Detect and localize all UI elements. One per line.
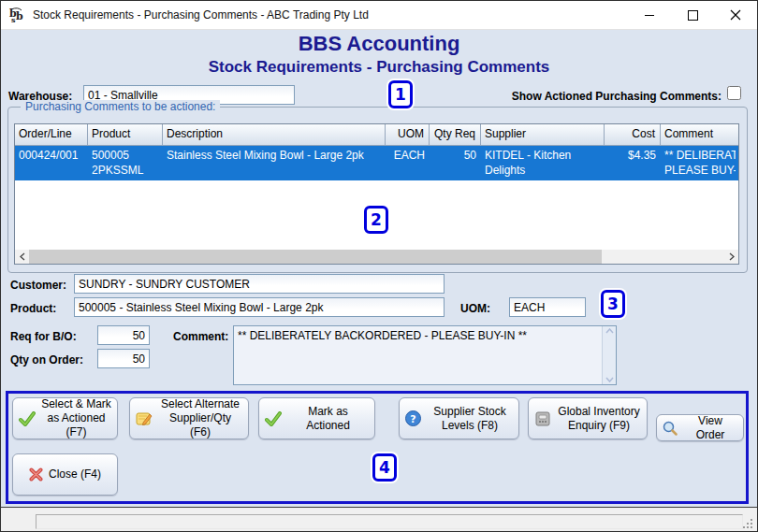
supplier-stock-levels-button[interactable]: ? Supplier Stock Levels (F8) xyxy=(399,397,519,439)
select-mark-actioned-label: Select & Mark as Actioned (F7) xyxy=(41,397,111,439)
magnifier-icon xyxy=(663,421,678,436)
column-header-qty-req[interactable]: Qty Req xyxy=(430,124,481,145)
svg-text:b: b xyxy=(16,10,23,22)
show-actioned-label: Show Actioned Purchasing Comments: xyxy=(506,90,722,103)
supplier-stock-levels-label: Supplier Stock Levels (F8) xyxy=(427,405,513,433)
select-mark-actioned-button[interactable]: Select & Mark as Actioned (F7) xyxy=(12,397,118,439)
note-edit-icon xyxy=(136,410,153,426)
column-header-description[interactable]: Description xyxy=(163,124,386,145)
page-title: Stock Requirements - Purchasing Comments xyxy=(1,58,757,77)
column-header-product[interactable]: Product xyxy=(88,124,163,145)
purchasing-comments-group-label: Purchasing Comments to be actioned: xyxy=(21,100,220,113)
chevron-down-icon xyxy=(605,377,614,382)
qty-on-order-label: Qty on Order: xyxy=(10,353,83,367)
horizontal-scrollbar[interactable] xyxy=(15,250,738,264)
cell-supplier: KITDEL - Kitchen Delights xyxy=(481,146,605,180)
show-actioned-checkbox[interactable] xyxy=(727,86,741,100)
help-icon: ? xyxy=(405,410,421,426)
window-title: Stock Requirements - Purchasing Comments… xyxy=(33,8,369,22)
cell-comment-line2: PLEASE BUY-IN ** xyxy=(664,163,736,178)
green-check-icon xyxy=(19,411,36,426)
view-order-button[interactable]: View Order xyxy=(656,414,744,441)
close-window-button[interactable] xyxy=(714,1,757,29)
app-window: b b s Stock Requirements - Purchasing Co… xyxy=(0,0,758,532)
comment-label: Comment: xyxy=(173,330,228,343)
bbs-app-icon: b b s xyxy=(8,7,25,23)
scroll-right-button[interactable] xyxy=(724,250,738,264)
product-field[interactable] xyxy=(74,297,445,317)
statusbar xyxy=(1,508,757,532)
qty-on-order-field[interactable] xyxy=(97,349,150,368)
uom-field[interactable] xyxy=(509,297,586,317)
close-icon xyxy=(730,9,741,21)
column-header-order-line[interactable]: Order/Line xyxy=(15,124,88,145)
cell-cost: $4.35 xyxy=(605,146,661,180)
customer-field[interactable] xyxy=(74,274,445,294)
cell-comment-line1: ** DELIBERATELY BACKORDERED - xyxy=(664,148,736,163)
close-button[interactable]: Close (F4) xyxy=(12,453,118,496)
select-alternate-supplier-button[interactable]: Select Alternate Supplier/Qty (F6) xyxy=(129,397,249,439)
cell-comment: ** DELIBERATELY BACKORDERED - PLEASE BUY… xyxy=(661,146,739,180)
column-header-comment[interactable]: Comment xyxy=(661,124,739,145)
view-order-label: View Order xyxy=(683,414,737,442)
req-bo-label: Req for B/O: xyxy=(10,330,77,343)
annotation-badge-4: 4 xyxy=(372,453,397,482)
annotation-badge-2: 2 xyxy=(364,206,388,234)
comment-scrollbar[interactable] xyxy=(602,326,616,384)
chevron-left-icon xyxy=(20,252,25,261)
resize-grip[interactable] xyxy=(751,526,752,528)
close-button-label: Close (F4) xyxy=(49,467,101,482)
status-message-panel xyxy=(36,514,743,529)
mark-actioned-label: Mark as Actioned xyxy=(287,405,369,433)
table-row-selected[interactable]: 000424/001 500005 2PKSSML Stainless Stee… xyxy=(15,146,739,180)
column-header-cost[interactable]: Cost xyxy=(605,124,661,145)
global-inventory-enquiry-button[interactable]: Global Inventory Enquiry (F9) xyxy=(528,397,648,439)
annotation-badge-1: 1 xyxy=(388,80,413,108)
column-header-supplier[interactable]: Supplier xyxy=(481,124,605,145)
purchasing-comments-grid: Order/Line Product Description UOM Qty R… xyxy=(14,123,739,265)
scrollbar-thumb[interactable] xyxy=(29,250,602,264)
cell-uom: EACH xyxy=(386,146,430,180)
cell-order-line: 000424/001 xyxy=(15,146,88,180)
maximize-icon xyxy=(688,10,698,21)
comment-box: ** DELIBERATELY BACKORDERED - PLEASE BUY… xyxy=(233,325,617,385)
select-alternate-supplier-label: Select Alternate Supplier/Qty (F6) xyxy=(158,397,242,439)
column-header-uom[interactable]: UOM xyxy=(386,124,430,145)
annotation-badge-3: 3 xyxy=(601,290,625,318)
mark-actioned-button[interactable]: Mark as Actioned xyxy=(258,397,375,439)
product-label: Product: xyxy=(10,302,56,315)
minimize-icon xyxy=(645,15,654,16)
app-title: BBS Accounting xyxy=(1,32,757,56)
svg-text:s: s xyxy=(11,15,16,23)
cell-description: Stainless Steel Mixing Bowl - Large 2pk xyxy=(163,146,386,180)
inventory-terminal-icon xyxy=(534,411,551,426)
cell-qty-req: 50 xyxy=(430,146,481,180)
cell-product: 500005 2PKSSML xyxy=(88,146,163,180)
titlebar: b b s Stock Requirements - Purchasing Co… xyxy=(1,1,757,30)
minimize-button[interactable] xyxy=(628,1,671,29)
chevron-up-icon xyxy=(605,328,614,334)
uom-label: UOM: xyxy=(460,302,490,315)
comment-textarea[interactable]: ** DELIBERATELY BACKORDERED - PLEASE BUY… xyxy=(234,326,602,384)
req-bo-field[interactable] xyxy=(97,325,150,345)
chevron-right-icon xyxy=(729,252,735,261)
maximize-button[interactable] xyxy=(671,1,714,29)
green-check-icon xyxy=(265,411,282,426)
global-inventory-enquiry-label: Global Inventory Enquiry (F9) xyxy=(557,405,641,433)
grid-header-row: Order/Line Product Description UOM Qty R… xyxy=(15,124,739,146)
red-x-icon xyxy=(29,467,43,482)
scroll-left-button[interactable] xyxy=(15,250,29,264)
svg-text:?: ? xyxy=(410,413,415,425)
customer-label: Customer: xyxy=(10,279,66,292)
